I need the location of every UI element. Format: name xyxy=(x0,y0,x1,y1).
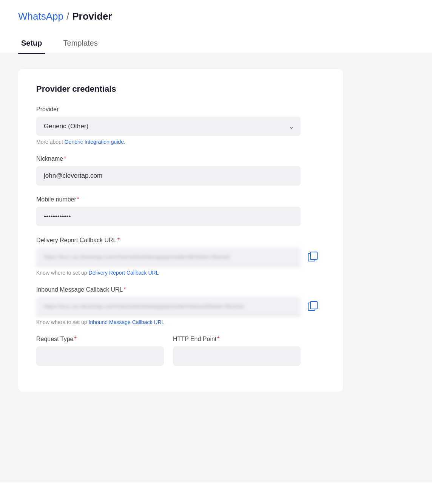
tab-templates[interactable]: Templates xyxy=(60,34,101,54)
mobile-number-input[interactable] xyxy=(36,207,301,226)
inbound-required: * xyxy=(123,286,126,293)
delivery-report-url-input[interactable] xyxy=(36,247,301,267)
inbound-url-wrapper xyxy=(36,297,301,316)
breadcrumb-current: Provider xyxy=(72,11,112,22)
nickname-required: * xyxy=(64,155,66,162)
tab-setup[interactable]: Setup xyxy=(18,34,45,54)
breadcrumb-section: WhatsApp / Provider xyxy=(0,0,432,22)
breadcrumb-whatsapp-link[interactable]: WhatsApp xyxy=(18,11,63,22)
section-title: Provider credentials xyxy=(36,84,325,94)
inbound-url-help-text: Know where to set up Inbound Message Cal… xyxy=(36,319,325,325)
inbound-message-url-input[interactable] xyxy=(36,297,301,316)
request-type-group: Request Type* xyxy=(36,336,164,366)
delivery-required: * xyxy=(117,237,120,243)
nickname-label: Nickname* xyxy=(36,155,325,162)
mobile-required: * xyxy=(77,196,79,203)
delivery-url-wrapper xyxy=(36,247,301,267)
request-type-label: Request Type* xyxy=(36,336,164,343)
http-end-point-input[interactable] xyxy=(173,346,301,366)
content-area: Provider credentials Provider Generic (O… xyxy=(0,54,432,482)
nickname-field-group: Nickname* xyxy=(36,155,325,186)
inbound-message-url-group: Inbound Message Callback URL* Know where… xyxy=(36,286,325,325)
provider-help-text: More about Generic Integration guide. xyxy=(36,139,325,145)
request-type-required: * xyxy=(74,336,76,342)
inbound-url-copy-button[interactable] xyxy=(307,300,319,313)
breadcrumb-separator: / xyxy=(66,11,69,22)
page-container: WhatsApp / Provider Setup Templates Prov… xyxy=(0,0,432,504)
nickname-input[interactable] xyxy=(36,166,301,186)
tabs: Setup Templates xyxy=(18,34,414,54)
delivery-report-url-group: Delivery Report Callback URL* Know where… xyxy=(36,237,325,276)
delivery-report-url-link[interactable]: Delivery Report Callback URL xyxy=(89,270,159,276)
generic-integration-guide-link[interactable]: Generic Integration guide. xyxy=(65,139,125,145)
http-end-point-group: HTTP End Point* xyxy=(173,336,301,366)
svg-rect-3 xyxy=(310,301,317,309)
inbound-message-url-label: Inbound Message Callback URL* xyxy=(36,286,325,293)
request-type-http-row: Request Type* HTTP End Point* xyxy=(36,336,301,376)
provider-select-wrapper: Generic (Other) Twilio MessageBird 360Di… xyxy=(36,117,301,136)
mobile-number-label: Mobile number* xyxy=(36,196,325,203)
provider-select[interactable]: Generic (Other) Twilio MessageBird 360Di… xyxy=(36,117,301,136)
inbound-message-url-link[interactable]: Inbound Message Callback URL xyxy=(89,319,165,325)
http-end-point-label: HTTP End Point* xyxy=(173,336,301,343)
http-end-point-required: * xyxy=(217,336,219,342)
svg-rect-1 xyxy=(310,252,317,260)
delivery-url-copy-button[interactable] xyxy=(307,250,319,264)
delivery-url-help-text: Know where to set up Delivery Report Cal… xyxy=(36,270,325,276)
copy-icon-2 xyxy=(307,300,319,312)
mobile-number-field-group: Mobile number* xyxy=(36,196,325,226)
tabs-section: Setup Templates xyxy=(0,22,432,54)
delivery-report-url-label: Delivery Report Callback URL* xyxy=(36,237,325,244)
provider-label: Provider xyxy=(36,106,325,113)
provider-field-group: Provider Generic (Other) Twilio MessageB… xyxy=(36,106,325,145)
provider-credentials-card: Provider credentials Provider Generic (O… xyxy=(18,69,343,392)
breadcrumb: WhatsApp / Provider xyxy=(18,11,414,22)
copy-icon xyxy=(307,250,319,263)
request-type-input[interactable] xyxy=(36,346,164,366)
